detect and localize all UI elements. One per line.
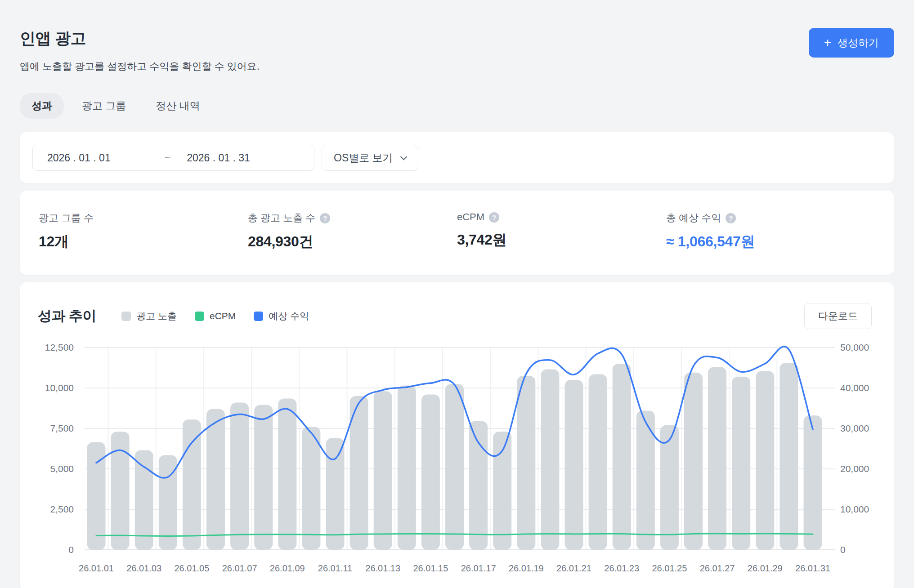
bar-26.01.08 (254, 405, 273, 550)
bar-26.01.19 (517, 376, 535, 550)
help-icon[interactable]: ? (489, 212, 499, 223)
bar-26.01.05 (183, 419, 201, 550)
legend-item-0[interactable]: 광고 노출 (121, 310, 177, 322)
stat-value: ≈ 1,066,547원 (666, 232, 875, 252)
create-button-label: 생성하기 (838, 36, 879, 50)
left-axis-tick: 5,000 (50, 463, 74, 474)
os-filter-label: OS별로 보기 (334, 151, 393, 165)
performance-chart-card: 성과 추이 광고 노출eCPM예상 수익 다운로드 02,5005,0007,5… (20, 282, 894, 588)
bar-26.01.21 (565, 380, 583, 550)
tab-bar: 성과광고 그룹정산 내역 (20, 93, 894, 119)
create-button[interactable]: + 생성하기 (809, 28, 894, 58)
date-start-value: 2026 . 01 . 01 (47, 152, 160, 164)
bar-26.01.06 (206, 409, 225, 550)
page-title: 인앱 광고 (20, 28, 260, 49)
date-end-value: 2026 . 01 . 31 (175, 152, 300, 164)
tab-1[interactable]: 광고 그룹 (70, 93, 138, 119)
right-axis-tick: 50,000 (840, 342, 869, 352)
tab-0[interactable]: 성과 (20, 93, 64, 119)
inapp-ads-page: 인앱 광고 앱에 노출할 광고를 설정하고 수익을 확인할 수 있어요. + 생… (0, 0, 914, 588)
date-range-input[interactable]: 2026 . 01 . 01 ~ 2026 . 01 . 31 (32, 145, 314, 171)
x-axis-tick: 26.01.21 (556, 563, 591, 573)
bar-26.01.16 (445, 384, 464, 550)
bar-26.01.13 (374, 391, 392, 550)
chevron-down-icon (400, 153, 407, 160)
bar-26.01.27 (708, 367, 726, 550)
page-subtitle: 앱에 노출할 광고를 설정하고 수익을 확인할 수 있어요. (20, 60, 260, 73)
filter-card: 2026 . 01 . 01 ~ 2026 . 01 . 31 OS별로 보기 (20, 132, 894, 183)
x-axis-tick: 26.01.15 (413, 563, 448, 573)
stat-label: eCPM (457, 211, 484, 223)
download-button[interactable]: 다운로드 (804, 303, 872, 329)
bar-26.01.25 (660, 425, 679, 550)
legend-label: 광고 노출 (136, 310, 177, 322)
bar-26.01.23 (613, 364, 631, 550)
bar-26.01.20 (541, 370, 559, 550)
x-axis-tick: 26.01.25 (652, 563, 687, 573)
tab-2[interactable]: 정산 내역 (144, 93, 211, 119)
chart-area: 02,5005,0007,50010,00012,500010,00020,00… (20, 334, 894, 579)
stat-label: 총 예상 수익 (666, 211, 721, 225)
bar-26.01.22 (589, 374, 607, 550)
right-axis-tick: 20,000 (840, 463, 869, 474)
bar-26.01.15 (421, 394, 440, 550)
bar-26.01.31 (804, 415, 822, 550)
x-axis-tick: 26.01.01 (79, 563, 114, 573)
left-axis-tick: 12,500 (45, 342, 74, 352)
performance-chart: 02,5005,0007,50010,00012,500010,00020,00… (20, 334, 894, 579)
x-axis-tick: 26.01.19 (509, 563, 544, 573)
stat-label: 광고 그룹 수 (39, 211, 94, 225)
legend-swatch (121, 312, 131, 321)
page-header: 인앱 광고 앱에 노출할 광고를 설정하고 수익을 확인할 수 있어요. + 생… (20, 0, 894, 73)
right-axis-tick: 10,000 (840, 504, 869, 514)
x-axis-tick: 26.01.27 (700, 563, 735, 573)
left-axis-tick: 7,500 (50, 423, 74, 433)
bar-26.01.14 (398, 386, 416, 550)
bar-26.01.30 (780, 363, 798, 550)
plus-icon: + (824, 36, 831, 49)
legend-item-2[interactable]: 예상 수익 (254, 310, 309, 322)
bar-26.01.17 (469, 421, 488, 550)
x-axis-tick: 26.01.09 (270, 563, 305, 573)
chart-header-left: 성과 추이 광고 노출eCPM예상 수익 (38, 307, 309, 325)
x-axis-tick: 26.01.29 (748, 563, 783, 573)
help-icon[interactable]: ? (726, 213, 736, 223)
right-axis-tick: 0 (840, 544, 846, 555)
left-axis-tick: 0 (68, 544, 74, 555)
stat-3: 총 예상 수익?≈ 1,066,547원 (666, 211, 875, 252)
left-axis-tick: 2,500 (50, 504, 74, 514)
legend-label: 예상 수익 (269, 310, 309, 322)
os-filter-select[interactable]: OS별로 보기 (322, 145, 418, 171)
stat-1: 총 광고 노출 수?284,930건 (248, 211, 457, 252)
bar-26.01.03 (135, 450, 153, 550)
legend-label: eCPM (210, 311, 236, 321)
legend-swatch (254, 312, 263, 321)
page-header-text: 인앱 광고 앱에 노출할 광고를 설정하고 수익을 확인할 수 있어요. (20, 28, 260, 73)
bar-26.01.28 (732, 377, 750, 550)
x-axis-tick: 26.01.05 (174, 563, 209, 573)
right-axis-tick: 40,000 (840, 383, 869, 393)
left-axis-tick: 10,000 (45, 383, 74, 393)
stat-2: eCPM?3,742원 (457, 211, 666, 252)
bar-26.01.07 (230, 402, 249, 550)
stat-label: 총 광고 노출 수 (248, 211, 315, 225)
x-axis-tick: 26.01.11 (318, 563, 352, 573)
x-axis-tick: 26.01.07 (222, 563, 257, 573)
bar-26.01.09 (278, 398, 296, 550)
help-icon[interactable]: ? (320, 213, 330, 223)
stat-0: 광고 그룹 수12개 (39, 211, 248, 252)
stat-value: 3,742원 (457, 230, 666, 250)
x-axis-tick: 26.01.13 (365, 563, 400, 573)
stat-value: 12개 (39, 232, 248, 252)
bar-26.01.02 (111, 432, 130, 550)
stat-value: 284,930건 (248, 232, 457, 252)
bar-26.01.26 (684, 373, 703, 550)
bar-26.01.29 (756, 371, 774, 550)
bar-26.01.10 (302, 427, 320, 550)
legend-item-1[interactable]: eCPM (195, 311, 236, 321)
x-axis-tick: 26.01.03 (126, 563, 161, 573)
chart-header: 성과 추이 광고 노출eCPM예상 수익 다운로드 (20, 303, 894, 329)
x-axis-tick: 26.01.23 (604, 563, 639, 573)
bar-26.01.11 (326, 438, 345, 550)
legend-swatch (195, 312, 204, 321)
